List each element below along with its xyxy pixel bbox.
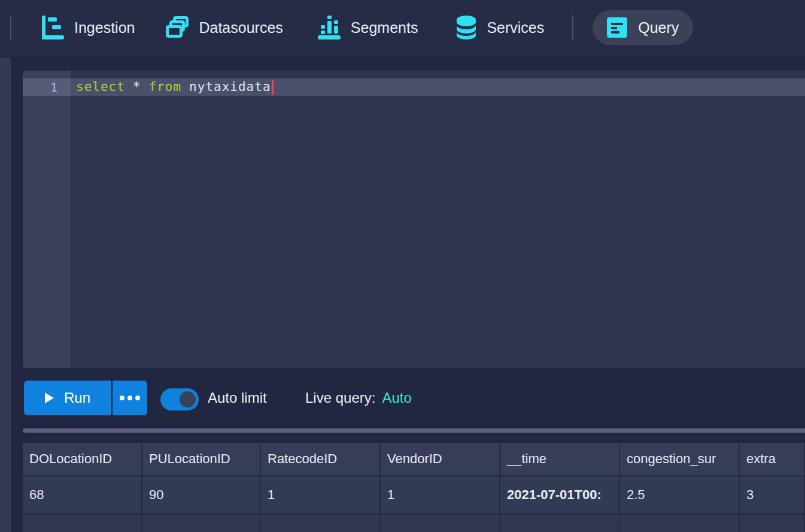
database-icon: [456, 15, 476, 40]
header-cell-congestion-surcharge[interactable]: congestion_sur: [620, 443, 740, 475]
header-cell-time[interactable]: __time: [500, 443, 620, 475]
editor-gutter: [23, 71, 71, 368]
top-navbar: Ingestion Datasources Segments: [0, 0, 805, 55]
navbar-divider: [572, 15, 573, 40]
cell-dolocationid[interactable]: [23, 515, 142, 532]
nav-tab-datasources[interactable]: Datasources: [166, 16, 282, 39]
left-panel-edge: [0, 57, 11, 532]
cell-congestion-surcharge[interactable]: [620, 515, 740, 532]
sql-keyword: from: [149, 80, 182, 94]
cell-pulocationid[interactable]: 90: [142, 476, 261, 513]
live-query-value[interactable]: Auto: [382, 381, 411, 415]
sql-code-line: select*fromnytaxidata: [76, 80, 274, 95]
header-cell-pulocationid[interactable]: PULocationID: [142, 443, 261, 475]
cell-vendorid[interactable]: [381, 515, 500, 532]
play-icon: [45, 393, 54, 403]
table-row: [23, 515, 805, 532]
cell-dolocationid[interactable]: 68: [23, 476, 142, 513]
stacked-cards-icon: [166, 16, 189, 39]
header-cell-dolocationid[interactable]: DOLocationID: [23, 443, 142, 475]
table-row: 68 90 1 1 2021-07-01T00: 2.5 3: [23, 476, 805, 515]
cell-ratecodeid[interactable]: [261, 515, 381, 532]
nav-tab-label: Ingestion: [74, 19, 135, 37]
live-query-control: Live query: Auto: [305, 381, 412, 415]
line-number: 1: [23, 80, 57, 95]
cell-time[interactable]: [500, 515, 620, 532]
cell-ratecodeid[interactable]: 1: [261, 476, 381, 513]
sql-editor[interactable]: 1 select*fromnytaxidata: [23, 71, 805, 368]
sql-keyword: select: [76, 80, 125, 94]
text-cursor: [272, 80, 274, 95]
cell-time[interactable]: 2021-07-01T00:: [500, 476, 620, 513]
nav-tab-label: Services: [487, 19, 544, 37]
cell-extra[interactable]: [740, 515, 805, 532]
nav-tab-segments[interactable]: Segments: [318, 16, 418, 39]
navbar-divider: [10, 15, 11, 40]
results-header-row: DOLocationID PULocationID RatecodeID Ven…: [23, 443, 805, 476]
nav-tab-query[interactable]: Query: [593, 10, 693, 45]
sql-identifier: nytaxidata: [189, 80, 271, 94]
header-cell-ratecodeid[interactable]: RatecodeID: [261, 443, 381, 475]
cell-pulocationid[interactable]: [142, 515, 261, 532]
more-options-icon: [120, 396, 140, 400]
header-cell-vendorid[interactable]: VendorID: [381, 443, 500, 475]
query-card-icon: [607, 17, 627, 38]
run-button[interactable]: Run: [24, 381, 111, 415]
nav-tab-label: Query: [638, 19, 679, 37]
auto-limit-switch[interactable]: [160, 388, 199, 411]
header-cell-extra[interactable]: extra: [740, 443, 805, 475]
gantt-chart-icon: [42, 16, 64, 39]
run-more-options-button[interactable]: [111, 381, 147, 415]
run-button-group: Run: [24, 381, 147, 415]
nav-tab-label: Datasources: [199, 19, 282, 37]
nav-tab-label: Segments: [351, 19, 418, 37]
cell-vendorid[interactable]: 1: [381, 476, 500, 513]
auto-limit-label[interactable]: Auto limit: [208, 381, 267, 415]
cell-congestion-surcharge[interactable]: 2.5: [620, 476, 740, 513]
switch-knob: [180, 391, 196, 408]
nav-tab-services[interactable]: Services: [456, 15, 544, 40]
bar-chart-icon: [318, 16, 341, 39]
live-query-label: Live query:: [305, 381, 375, 415]
run-button-label: Run: [64, 390, 90, 406]
results-table: DOLocationID PULocationID RatecodeID Ven…: [23, 443, 805, 532]
sql-operator: *: [133, 80, 141, 94]
nav-tab-ingestion[interactable]: Ingestion: [42, 16, 135, 39]
panel-resize-handle[interactable]: [23, 428, 805, 433]
cell-extra[interactable]: 3: [740, 476, 805, 513]
